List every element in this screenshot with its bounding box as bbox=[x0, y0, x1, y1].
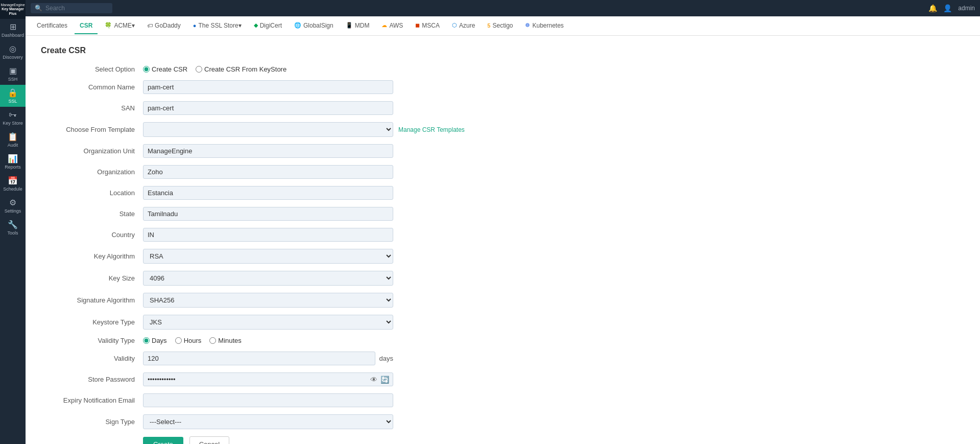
key-size-select[interactable]: 1024 2048 4096 bbox=[143, 271, 393, 286]
tab-azure[interactable]: ⬡ Azure bbox=[447, 18, 480, 34]
validity-type-row: Validity Type Days Hours Min bbox=[41, 337, 480, 344]
radio-create-csr[interactable]: Create CSR bbox=[143, 65, 187, 73]
sidebar-label-dashboard: Dashboard bbox=[2, 33, 24, 38]
sidebar-label-keystore: Key Store bbox=[3, 121, 23, 126]
san-input[interactable] bbox=[143, 101, 393, 115]
sidebar-item-ssl[interactable]: 🔒 SSL bbox=[0, 85, 26, 107]
discovery-icon: ◎ bbox=[9, 45, 16, 53]
tab-certificates[interactable]: Certificates bbox=[32, 18, 73, 34]
org-unit-input[interactable] bbox=[143, 144, 393, 158]
state-field bbox=[143, 207, 393, 221]
user-icon: 👤 bbox=[943, 4, 952, 12]
sidebar-logo: ManageEngineKey Manager Plus bbox=[0, 0, 26, 19]
key-algorithm-select[interactable]: RSA EC bbox=[143, 249, 393, 264]
keystore-type-select[interactable]: JKS PKCS12 bbox=[143, 315, 393, 330]
tab-sectigo[interactable]: 5 Sectigo bbox=[482, 18, 518, 34]
create-button[interactable]: Create bbox=[143, 437, 183, 444]
radio-minutes-label: Minutes bbox=[218, 337, 242, 344]
generate-password-button[interactable]: 🔄 bbox=[380, 376, 389, 384]
select-option-field: Create CSR Create CSR From KeyStore bbox=[143, 65, 393, 73]
tab-aws[interactable]: ☁ AWS bbox=[376, 18, 408, 34]
topbar: 🔍 🔔 👤 admin bbox=[26, 0, 980, 16]
sidebar-item-discovery[interactable]: ◎ Discovery bbox=[0, 41, 26, 63]
topbar-right: 🔔 👤 admin bbox=[928, 4, 975, 12]
tab-kubernetes[interactable]: ☸ Kubernetes bbox=[520, 18, 568, 34]
select-option-row: Select Option Create CSR Create CSR From… bbox=[41, 65, 480, 73]
sign-type-label: Sign Type bbox=[41, 418, 143, 426]
san-field bbox=[143, 101, 393, 115]
radio-minutes[interactable]: Minutes bbox=[209, 337, 242, 344]
username: admin bbox=[958, 5, 975, 12]
radio-csr-from-keystore[interactable]: Create CSR From KeyStore bbox=[196, 65, 286, 73]
sidebar-item-keystore[interactable]: 🗝 Key Store bbox=[0, 107, 26, 129]
tab-globalsign[interactable]: 🌐 GlobalSign bbox=[289, 18, 339, 34]
search-input[interactable] bbox=[45, 5, 107, 12]
password-wrapper: 👁 🔄 bbox=[143, 372, 393, 386]
sidebar-item-settings[interactable]: ⚙ Settings bbox=[0, 195, 26, 217]
radio-hours-input[interactable] bbox=[175, 337, 182, 344]
radio-days[interactable]: Days bbox=[143, 337, 167, 344]
sign-type-row: Sign Type ---Select--- bbox=[41, 414, 480, 429]
san-label: SAN bbox=[41, 104, 143, 112]
toggle-password-visibility-button[interactable]: 👁 bbox=[370, 376, 377, 384]
key-size-field: 1024 2048 4096 bbox=[143, 271, 393, 286]
san-row: SAN bbox=[41, 101, 480, 115]
location-field bbox=[143, 186, 393, 200]
validity-input[interactable] bbox=[143, 352, 375, 365]
signature-algorithm-select[interactable]: SHA256 SHA384 SHA512 bbox=[143, 293, 393, 308]
expiry-email-row: Expiry Notification Email bbox=[41, 393, 480, 407]
cancel-button[interactable]: Cancel bbox=[189, 436, 229, 444]
tab-azure-label: Azure bbox=[459, 22, 475, 29]
choose-template-row: Choose From Template Manage CSR Template… bbox=[41, 122, 480, 137]
common-name-row: Common Name bbox=[41, 80, 480, 94]
location-input[interactable] bbox=[143, 186, 393, 200]
sidebar-item-dashboard[interactable]: ⊞ Dashboard bbox=[0, 19, 26, 41]
signature-algorithm-label: Signature Algorithm bbox=[41, 296, 143, 304]
tab-sslstore[interactable]: ● The SSL Store▾ bbox=[188, 18, 247, 34]
page-content: Create CSR Select Option Create CSR Crea… bbox=[26, 36, 980, 444]
sidebar-item-tools[interactable]: 🔧 Tools bbox=[0, 217, 26, 239]
choose-template-field bbox=[143, 122, 393, 137]
sign-type-select[interactable]: ---Select--- bbox=[143, 414, 393, 429]
tab-digicert[interactable]: ◆ DigiCert bbox=[249, 18, 287, 34]
sidebar-item-audit[interactable]: 📋 Audit bbox=[0, 129, 26, 151]
expiry-email-input[interactable] bbox=[143, 393, 393, 407]
notification-icon[interactable]: 🔔 bbox=[928, 4, 937, 12]
common-name-input[interactable] bbox=[143, 80, 393, 94]
sidebar-item-ssh[interactable]: ▣ SSH bbox=[0, 63, 26, 85]
radio-create-csr-input[interactable] bbox=[143, 66, 150, 73]
tools-icon: 🔧 bbox=[8, 221, 18, 229]
radio-minutes-input[interactable] bbox=[209, 337, 216, 344]
country-field bbox=[143, 228, 393, 242]
organization-input[interactable] bbox=[143, 165, 393, 179]
sidebar-item-schedule[interactable]: 📅 Schedule bbox=[0, 173, 26, 195]
radio-hours[interactable]: Hours bbox=[175, 337, 202, 344]
validity-type-radio-group: Days Hours Minutes bbox=[143, 337, 393, 344]
search-bar[interactable]: 🔍 bbox=[31, 3, 112, 13]
schedule-icon: 📅 bbox=[8, 177, 18, 185]
tab-mdm[interactable]: 📱 MDM bbox=[341, 18, 375, 34]
choose-template-select[interactable] bbox=[143, 122, 393, 137]
tab-csr-label: CSR bbox=[80, 22, 92, 29]
password-icons: 👁 🔄 bbox=[370, 376, 389, 384]
main-content: 🔍 🔔 👤 admin Certificates CSR 🍀 ACME▾ 🏷 G… bbox=[26, 0, 980, 444]
manage-templates-link[interactable]: Manage CSR Templates bbox=[398, 126, 465, 133]
tab-csr[interactable]: CSR bbox=[75, 18, 98, 34]
store-password-input[interactable] bbox=[143, 372, 393, 386]
org-unit-label: Organization Unit bbox=[41, 147, 143, 155]
radio-days-input[interactable] bbox=[143, 337, 150, 344]
organization-field bbox=[143, 165, 393, 179]
page-title: Create CSR bbox=[41, 46, 965, 55]
radio-csr-from-keystore-input[interactable] bbox=[196, 66, 202, 73]
radio-days-label: Days bbox=[152, 337, 167, 344]
ssh-icon: ▣ bbox=[9, 67, 17, 75]
tab-acme[interactable]: 🍀 ACME▾ bbox=[100, 18, 140, 34]
organization-label: Organization bbox=[41, 168, 143, 176]
country-input[interactable] bbox=[143, 228, 393, 242]
select-option-radio-group: Create CSR Create CSR From KeyStore bbox=[143, 65, 393, 73]
tab-msca[interactable]: ◼ MSCA bbox=[410, 18, 445, 34]
tab-aws-label: AWS bbox=[389, 22, 403, 29]
sidebar-item-reports[interactable]: 📊 Reports bbox=[0, 151, 26, 173]
state-input[interactable] bbox=[143, 207, 393, 221]
tab-godaddy[interactable]: 🏷 GoDaddy bbox=[142, 18, 186, 34]
